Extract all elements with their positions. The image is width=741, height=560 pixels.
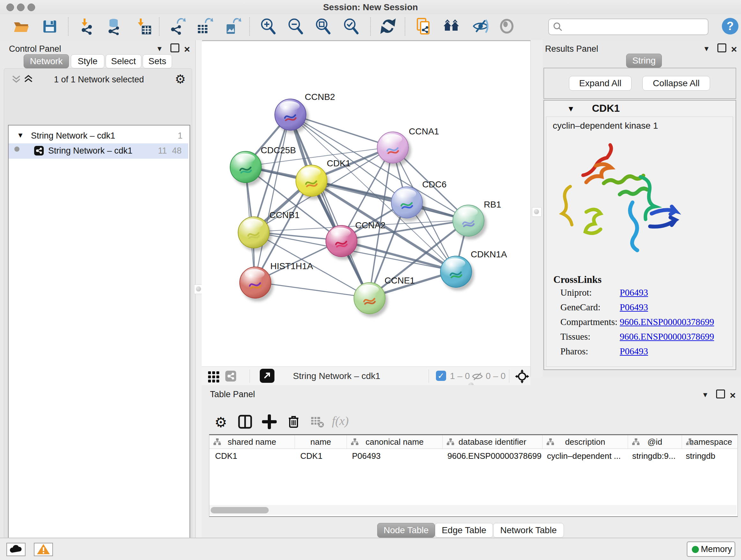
eye-button[interactable] — [498, 17, 516, 37]
collapse-arrow-icon[interactable]: ▼ — [17, 131, 24, 139]
gear-icon[interactable]: ⚙ — [175, 72, 186, 86]
crosshair-icon[interactable] — [515, 369, 529, 383]
selected-checkbox-icon[interactable]: ✓ — [436, 371, 446, 381]
network-edge[interactable] — [255, 282, 369, 298]
table-horizontal-scrollbar[interactable] — [209, 505, 737, 515]
collapse-panel-button[interactable]: ▼ — [154, 45, 165, 53]
table-row[interactable]: CDK1CDK1P064939606.ENSP00000378699cyclin… — [209, 449, 737, 463]
crosslink-value-link[interactable]: P06493 — [620, 287, 648, 298]
tab-edge-table[interactable]: Edge Table — [435, 523, 493, 538]
export-table-button[interactable] — [195, 17, 213, 37]
zoom-in-button[interactable] — [259, 17, 277, 37]
network-node[interactable] — [295, 165, 327, 197]
tab-network-table[interactable]: Network Table — [493, 523, 564, 538]
network-view-icon[interactable] — [225, 371, 236, 381]
column-header[interactable]: namespace — [682, 435, 737, 449]
grid-view-icon[interactable] — [207, 370, 220, 383]
open-session-button[interactable] — [12, 17, 30, 37]
memory-button[interactable]: Memory — [687, 542, 735, 557]
table-cell[interactable]: cyclin–dependent ... — [541, 449, 626, 463]
export-image-button[interactable] — [223, 17, 241, 37]
tab-style[interactable]: Style — [71, 54, 105, 68]
delete-column-icon[interactable] — [285, 414, 302, 430]
crosslink-value-link[interactable]: P06493 — [620, 346, 648, 357]
network-collection-row[interactable]: ▼ String Network – cdk1 1 — [9, 129, 188, 143]
crosslink-value-link[interactable]: 9606.ENSP00000378699 — [620, 331, 714, 342]
delete-table-icon[interactable] — [309, 414, 326, 430]
collapse-all-icon[interactable] — [11, 73, 22, 84]
network-node[interactable] — [440, 256, 472, 288]
table-cell[interactable]: stringdb — [680, 449, 737, 463]
warnings-button[interactable] — [34, 543, 53, 556]
network-node[interactable] — [391, 186, 423, 219]
table-cell[interactable]: CDK1 — [209, 449, 294, 463]
crosslink-value-link[interactable]: 9606.ENSP00000378699 — [620, 317, 714, 327]
left-splitter[interactable] — [195, 40, 202, 538]
right-splitter[interactable] — [530, 40, 543, 377]
float-panel-button[interactable] — [715, 389, 726, 401]
tab-network[interactable]: Network — [23, 54, 69, 68]
column-header[interactable]: shared name — [209, 435, 295, 449]
zoom-fit-button[interactable] — [314, 17, 332, 37]
detach-view-button[interactable] — [260, 369, 274, 383]
network-node[interactable] — [274, 99, 307, 131]
collapse-panel-button[interactable]: ▼ — [699, 391, 711, 399]
splitter-handle[interactable] — [532, 207, 542, 217]
column-header[interactable]: name — [295, 435, 347, 449]
table-cell[interactable]: stringdb:9... — [626, 449, 680, 463]
network-edge[interactable] — [341, 240, 455, 271]
zoom-out-button[interactable] — [286, 17, 305, 37]
collapse-gene-icon[interactable]: ▼ — [567, 105, 575, 113]
copy-network-button[interactable] — [415, 17, 433, 37]
save-session-button[interactable] — [41, 17, 59, 37]
table-cell[interactable]: CDK1 — [294, 449, 346, 463]
column-header[interactable]: description — [542, 435, 628, 449]
import-table-file-button[interactable] — [134, 17, 152, 37]
column-header[interactable]: canonical name — [347, 435, 443, 449]
expand-all-button[interactable]: Expand All — [569, 76, 631, 91]
show-columns-icon[interactable] — [237, 414, 253, 430]
tab-sets[interactable]: Sets — [143, 54, 172, 68]
network-node[interactable] — [453, 205, 484, 237]
network-node[interactable] — [238, 216, 270, 248]
network-row[interactable]: String Network – cdk1 11 48 — [9, 143, 188, 159]
tab-node-table[interactable]: Node Table — [377, 523, 435, 538]
crosslink-value-link[interactable]: P06493 — [620, 302, 648, 313]
show-hide-panels-button[interactable] — [472, 17, 489, 37]
column-header[interactable]: database identifier — [443, 435, 542, 449]
refresh-button[interactable] — [379, 17, 397, 37]
search-box[interactable] — [548, 18, 709, 35]
zoom-selected-button[interactable] — [342, 17, 360, 37]
column-header[interactable]: @id — [628, 435, 682, 449]
float-panel-button[interactable] — [169, 44, 181, 55]
collapse-panel-button[interactable]: ▼ — [701, 45, 712, 53]
collapse-all-button[interactable]: Collapse All — [643, 76, 710, 91]
tab-string[interactable]: String — [626, 54, 662, 68]
network-node[interactable] — [239, 266, 271, 299]
add-column-icon[interactable] — [261, 414, 278, 430]
float-panel-button[interactable] — [716, 44, 728, 55]
network-node[interactable] — [326, 225, 357, 257]
table-cell[interactable]: 9606.ENSP00000378699 — [442, 449, 541, 463]
help-button[interactable]: ? — [722, 18, 738, 35]
close-panel-button[interactable]: × — [727, 389, 738, 401]
tab-select[interactable]: Select — [106, 54, 141, 68]
close-panel-button[interactable]: × — [728, 44, 740, 55]
string-home-icon-button[interactable] — [442, 17, 460, 37]
table-cell[interactable]: P06493 — [346, 449, 442, 463]
export-network-button[interactable] — [169, 17, 186, 37]
close-panel-button[interactable]: × — [181, 44, 193, 55]
cloud-button[interactable] — [6, 543, 25, 556]
table-settings-gear-icon[interactable]: ⚙ — [212, 414, 229, 430]
network-node[interactable] — [354, 282, 386, 314]
network-node[interactable] — [230, 151, 262, 183]
function-builder-icon[interactable]: f(x) — [332, 414, 349, 428]
network-edge[interactable] — [255, 114, 290, 282]
import-network-file-button[interactable] — [78, 17, 96, 37]
network-node[interactable] — [377, 132, 409, 164]
network-canvas[interactable]: CCNB2CCNA1CDC25BCDK1CDC6RB1CCNB1CCNA2CDK… — [202, 42, 530, 367]
expand-all-icon[interactable] — [23, 73, 34, 84]
scrollbar-thumb[interactable] — [211, 507, 269, 513]
import-network-database-button[interactable] — [105, 17, 123, 37]
search-input[interactable] — [565, 20, 704, 33]
